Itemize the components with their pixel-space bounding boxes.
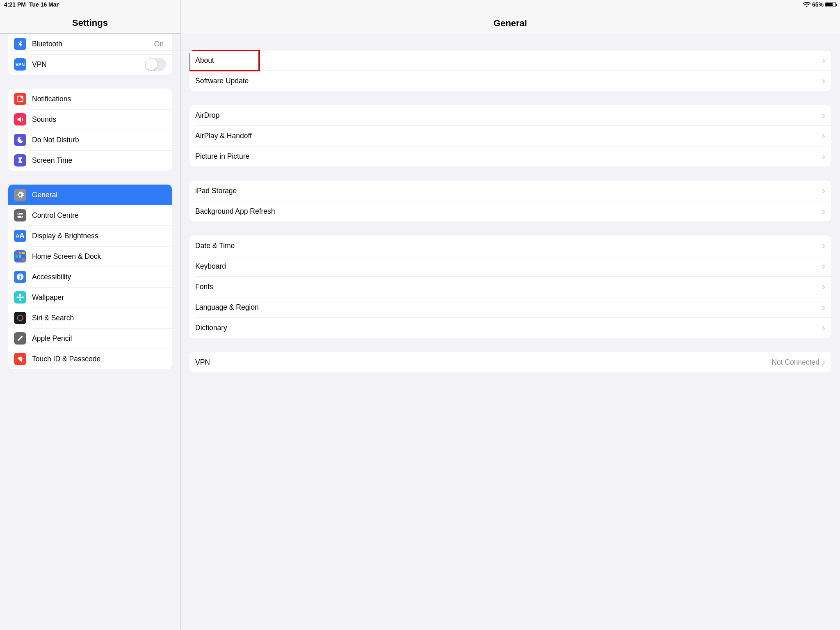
svg-point-7 (20, 274, 21, 276)
row-airplay[interactable]: AirPlay & Handoff › (189, 126, 525, 146)
vpn-toggle[interactable] (145, 58, 166, 71)
sidebar-item-sounds[interactable]: Sounds (8, 109, 172, 130)
sidebar: Settings Bluetooth On VPN VPN (0, 0, 180, 394)
sidebar-title: Settings (72, 18, 108, 28)
svg-point-3 (18, 213, 19, 215)
detail-pane: General About › Software Update › AirDro… (180, 0, 525, 394)
row-vpn[interactable]: VPN Not Connected › (189, 352, 525, 372)
status-date: Tue 16 Mar (29, 1, 59, 8)
label: Keyboard (195, 262, 525, 271)
group-keyboard: Date & Time › Keyboard › Fonts › Languag… (189, 235, 525, 338)
label: About (195, 56, 253, 65)
label: Accessibility (32, 273, 166, 281)
settings-split-view: Settings Bluetooth On VPN VPN (0, 0, 525, 394)
status-left: 4:21 PM Tue 16 Mar (4, 1, 59, 8)
gear-icon (14, 189, 26, 201)
status-bar: 4:21 PM Tue 16 Mar 65% (0, 0, 525, 8)
moon-icon (14, 134, 26, 146)
sounds-icon (14, 113, 26, 126)
text-size-icon: AA (14, 230, 26, 242)
fingerprint-icon (14, 353, 26, 365)
sidebar-item-pencil[interactable]: Apple Pencil (8, 328, 172, 349)
group-airdrop: AirDrop › AirPlay & Handoff › Picture in… (189, 105, 525, 167)
label: iPad Storage (195, 187, 525, 195)
sidebar-item-vpn[interactable]: VPN VPN (8, 54, 172, 75)
svg-point-12 (21, 297, 24, 298)
sidebar-group-connectivity: Bluetooth On VPN VPN (8, 34, 172, 75)
sidebar-item-touchid[interactable]: Touch ID & Passcode (8, 349, 172, 369)
label: AirPlay & Handoff (195, 132, 525, 140)
row-storage[interactable]: iPad Storage › (189, 180, 525, 201)
label: Language & Region (195, 303, 525, 312)
flower-icon (14, 291, 26, 304)
label: Screen Time (32, 156, 166, 165)
row-fonts[interactable]: Fonts › (189, 276, 525, 297)
sidebar-item-accessibility[interactable]: Accessibility (8, 267, 172, 287)
pencil-icon (14, 332, 26, 345)
row-about[interactable]: About (189, 50, 259, 71)
apps-grid-icon (14, 250, 26, 262)
svg-point-11 (16, 297, 19, 298)
label: Wallpaper (32, 293, 166, 302)
group-vpn: VPN Not Connected › (189, 352, 525, 372)
row-airdrop[interactable]: AirDrop › (189, 105, 525, 126)
label: Touch ID & Passcode (32, 355, 166, 363)
svg-rect-4 (17, 216, 23, 218)
row-datetime[interactable]: Date & Time › (189, 235, 525, 256)
svg-rect-2 (17, 213, 23, 215)
sidebar-item-control-centre[interactable]: Control Centre (8, 205, 172, 226)
bluetooth-icon (14, 38, 26, 50)
value: On (154, 40, 164, 48)
hourglass-icon (14, 154, 26, 167)
label: Picture in Picture (195, 152, 525, 161)
label: Fonts (195, 283, 525, 291)
status-time: 4:21 PM (4, 1, 26, 8)
label: AirDrop (195, 111, 525, 120)
row-language[interactable]: Language & Region › (189, 297, 525, 317)
label: General (32, 191, 166, 199)
notifications-icon (14, 93, 26, 105)
label: Date & Time (195, 242, 525, 250)
sidebar-item-bluetooth[interactable]: Bluetooth On (8, 34, 172, 54)
detail-scroll[interactable]: About › Software Update › AirDrop › AirP… (180, 34, 525, 394)
sidebar-group-notifications: Notifications Sounds Do Not Disturb (8, 89, 172, 171)
sidebar-item-screen-time[interactable]: Screen Time (8, 150, 172, 171)
label: Software Update (195, 77, 525, 85)
sidebar-item-siri[interactable]: Siri & Search (8, 308, 172, 328)
group-storage: iPad Storage › Background App Refresh › (189, 180, 525, 221)
label: Dictionary (195, 324, 525, 332)
sidebar-item-notifications[interactable]: Notifications (8, 89, 172, 109)
sidebar-scroll[interactable]: Bluetooth On VPN VPN Notifications (0, 34, 180, 394)
label: Control Centre (32, 211, 166, 220)
label: Background App Refresh (195, 207, 525, 216)
sidebar-item-wallpaper[interactable]: Wallpaper (8, 287, 172, 308)
group-about: About › Software Update › (189, 50, 525, 91)
vpn-icon: VPN (14, 58, 26, 71)
sidebar-item-dnd[interactable]: Do Not Disturb (8, 130, 172, 150)
label: Do Not Disturb (32, 136, 166, 144)
sidebar-item-display[interactable]: AA Display & Brightness (8, 226, 172, 246)
row-keyboard[interactable]: Keyboard › (189, 256, 525, 276)
svg-point-9 (19, 294, 21, 296)
svg-point-10 (19, 299, 21, 301)
svg-point-5 (21, 217, 22, 218)
label: Sounds (32, 115, 166, 124)
label: Apple Pencil (32, 334, 166, 343)
label: Notifications (32, 95, 166, 103)
row-dictionary[interactable]: Dictionary › (189, 317, 525, 338)
accessibility-icon (14, 271, 26, 283)
row-bg-refresh[interactable]: Background App Refresh › (189, 201, 525, 221)
label: Siri & Search (32, 314, 166, 322)
svg-point-1 (21, 96, 23, 99)
label: VPN (195, 358, 525, 367)
row-pip[interactable]: Picture in Picture › (189, 146, 525, 167)
detail-title: General (493, 18, 525, 29)
switches-icon (14, 209, 26, 221)
sidebar-item-home[interactable]: Home Screen & Dock (8, 246, 172, 267)
sidebar-group-general: General Control Centre AA Display & Brig… (8, 185, 172, 369)
label: VPN (32, 60, 145, 69)
label: Home Screen & Dock (32, 252, 166, 261)
row-software-update[interactable]: Software Update › (189, 71, 525, 91)
sidebar-item-general[interactable]: General (8, 185, 172, 205)
label: Display & Brightness (32, 232, 166, 240)
